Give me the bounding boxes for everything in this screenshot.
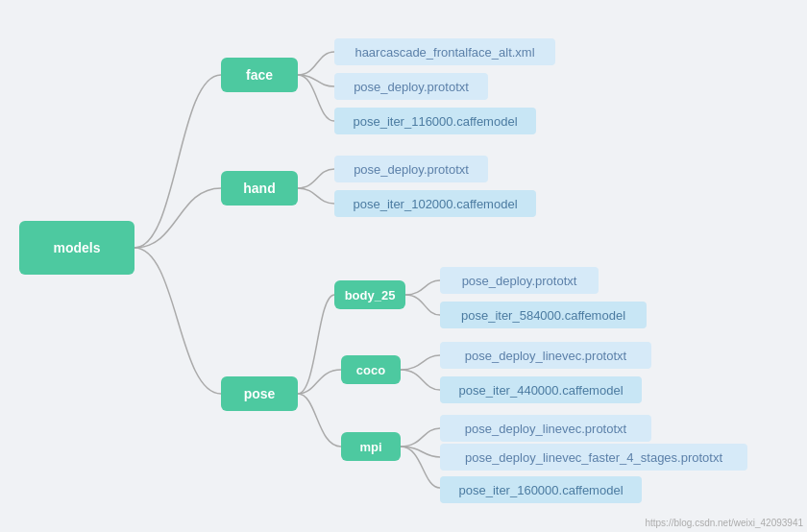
hand-file2: pose_iter_102000.caffemodel: [334, 190, 536, 217]
models-label: models: [53, 240, 100, 255]
body25-file1: pose_deploy.prototxt: [440, 267, 599, 294]
pose-node: pose: [221, 376, 298, 411]
hand-node: hand: [221, 171, 298, 206]
body25-label: body_25: [345, 288, 396, 302]
hand-label: hand: [243, 181, 275, 196]
mpi-node: mpi: [341, 432, 401, 461]
coco-file1: pose_deploy_linevec.prototxt: [440, 342, 651, 369]
mpi-file3: pose_iter_160000.caffemodel: [440, 476, 642, 503]
tree-container: models face hand pose body_25 coco mpi h…: [0, 0, 807, 532]
body25-file2: pose_iter_584000.caffemodel: [440, 302, 647, 328]
face-file1: haarcascade_frontalface_alt.xml: [334, 38, 555, 65]
face-file3: pose_iter_116000.caffemodel: [334, 108, 536, 134]
hand-file1: pose_deploy.prototxt: [334, 156, 488, 182]
coco-node: coco: [341, 355, 401, 384]
mpi-file2: pose_deploy_linevec_faster_4_stages.prot…: [440, 444, 747, 471]
face-label: face: [246, 67, 273, 83]
coco-file2: pose_iter_440000.caffemodel: [440, 376, 642, 403]
coco-label: coco: [356, 363, 385, 377]
watermark: https://blog.csdn.net/weixi_42093941: [645, 518, 803, 528]
models-node: models: [19, 221, 134, 275]
mpi-label: mpi: [359, 440, 381, 454]
face-file2: pose_deploy.prototxt: [334, 73, 488, 100]
body25-node: body_25: [334, 280, 405, 309]
mpi-file1: pose_deploy_linevec.prototxt: [440, 415, 651, 442]
pose-label: pose: [244, 386, 276, 401]
face-node: face: [221, 58, 298, 92]
